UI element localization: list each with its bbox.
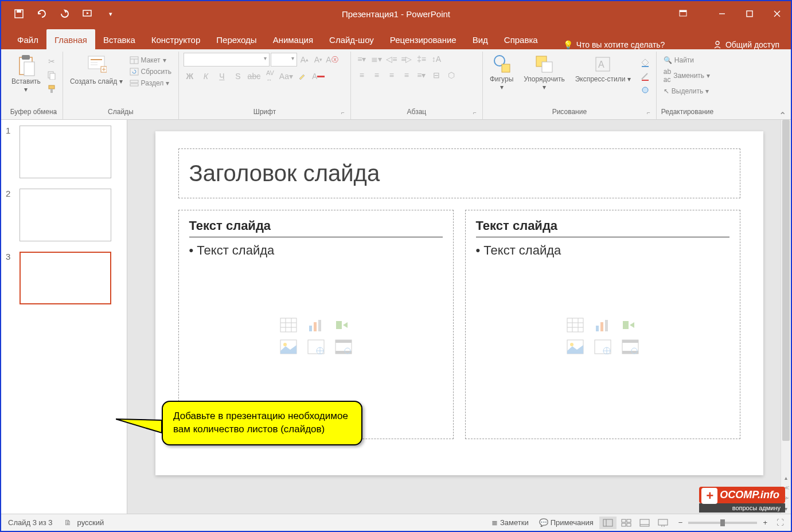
zoom-out-icon[interactable]: −	[678, 518, 683, 527]
thumbnail-slide[interactable]	[19, 252, 111, 304]
increase-font-icon[interactable]: A▴	[298, 53, 311, 66]
quick-styles-button[interactable]: A Экспресс-стили ▾	[573, 53, 633, 85]
highlight-icon[interactable]	[296, 70, 309, 83]
text-direction-icon[interactable]: ↕A	[430, 53, 443, 65]
justify-icon[interactable]: ≡	[400, 69, 413, 81]
insert-picture-icon[interactable]	[278, 338, 299, 355]
redo-icon[interactable]	[58, 7, 71, 20]
dialog-launcher-icon[interactable]: ⌐	[473, 109, 477, 116]
start-from-beginning-icon[interactable]	[81, 7, 94, 20]
char-spacing-icon[interactable]: AV↔	[264, 70, 276, 83]
spellcheck-icon[interactable]: 🗎	[64, 518, 72, 527]
bullets-icon[interactable]: ≡▾	[356, 53, 368, 65]
shadow-icon[interactable]: S	[232, 70, 244, 83]
title-placeholder[interactable]: Заголовок слайда	[178, 148, 740, 198]
thumbnail-1[interactable]: 1	[6, 126, 122, 178]
scrollbar-thumb[interactable]	[782, 120, 790, 441]
insert-table-icon[interactable]	[565, 316, 586, 334]
dialog-launcher-icon[interactable]: ⌐	[647, 109, 650, 116]
tell-me-search[interactable]: 💡 Что вы хотите сделать?	[563, 40, 665, 49]
align-right-icon[interactable]: ≡	[385, 69, 398, 81]
undo-icon[interactable]	[36, 7, 48, 20]
select-button[interactable]: ↖Выделить ▾	[661, 86, 712, 96]
smartart-icon[interactable]: ⬡	[445, 69, 458, 81]
zoom-in-icon[interactable]: +	[763, 518, 767, 527]
section-button[interactable]: Раздел ▾	[127, 78, 174, 88]
thumbnail-3[interactable]: 3	[6, 252, 122, 304]
shape-fill-icon[interactable]	[639, 56, 651, 69]
clear-formatting-icon[interactable]: Aⓧ	[326, 53, 338, 66]
insert-table-icon[interactable]	[278, 316, 299, 334]
tab-help[interactable]: Справка	[496, 29, 546, 49]
close-button[interactable]	[763, 1, 791, 26]
normal-view-icon[interactable]	[599, 517, 617, 529]
font-color-icon[interactable]: A	[312, 70, 325, 83]
tab-home[interactable]: Главная	[46, 29, 95, 49]
insert-chart-icon[interactable]	[306, 316, 326, 334]
reading-view-icon[interactable]	[636, 517, 653, 529]
font-size-combo[interactable]	[271, 53, 297, 66]
share-button[interactable]: Общий доступ	[713, 40, 779, 49]
align-left-icon[interactable]: ≡	[356, 69, 368, 81]
scroll-up-icon[interactable]: ▴	[781, 472, 791, 483]
slideshow-view-icon[interactable]	[654, 517, 672, 529]
slide-canvas-area[interactable]: Заголовок слайда Текст слайда • Текст сл…	[127, 120, 791, 514]
new-slide-button[interactable]: Создать слайд ▾	[68, 53, 125, 87]
replace-button[interactable]: abacЗаменить ▾	[661, 66, 712, 85]
align-text-icon[interactable]: ⊟	[430, 69, 443, 81]
dialog-launcher-icon[interactable]: ⌐	[53, 109, 57, 116]
content-placeholder-right[interactable]: Текст слайда • Текст слайда	[465, 210, 740, 439]
columns-icon[interactable]: ≡▾	[415, 69, 428, 81]
comments-button[interactable]: 💬Примечания	[534, 516, 598, 529]
change-case-icon[interactable]: Aa▾	[280, 70, 292, 83]
insert-picture-icon[interactable]	[565, 338, 586, 355]
thumbnail-2[interactable]: 2	[6, 189, 122, 241]
decrease-font-icon[interactable]: A▾	[312, 53, 325, 66]
shape-effects-icon[interactable]	[639, 84, 651, 96]
insert-video-icon[interactable]	[333, 338, 354, 355]
tab-slideshow[interactable]: Слайд-шоу	[321, 29, 382, 49]
thumbnail-slide[interactable]	[19, 126, 111, 178]
insert-online-picture-icon[interactable]	[592, 338, 613, 355]
decrease-indent-icon[interactable]: ◁≡	[385, 53, 398, 65]
maximize-button[interactable]	[736, 1, 763, 26]
sorter-view-icon[interactable]	[618, 517, 635, 529]
tab-animations[interactable]: Анимация	[265, 29, 321, 49]
insert-smartart-icon[interactable]	[620, 316, 641, 334]
insert-chart-icon[interactable]	[592, 316, 613, 334]
cut-icon[interactable]: ✂	[45, 55, 58, 68]
language-indicator[interactable]: русский	[77, 518, 104, 527]
insert-smartart-icon[interactable]	[333, 316, 354, 334]
tab-transitions[interactable]: Переходы	[208, 29, 264, 49]
tab-design[interactable]: Конструктор	[143, 29, 209, 49]
layout-button[interactable]: Макет ▾	[127, 55, 174, 65]
tab-insert[interactable]: Вставка	[95, 29, 143, 49]
tab-file[interactable]: Файл	[9, 29, 46, 49]
format-painter-icon[interactable]	[45, 83, 58, 95]
notes-button[interactable]: ≣Заметки	[487, 516, 533, 529]
arrange-button[interactable]: Упорядочить▾	[521, 53, 567, 93]
dialog-launcher-icon[interactable]: ⌐	[341, 109, 345, 116]
reset-button[interactable]: Сбросить	[127, 66, 174, 77]
font-family-combo[interactable]	[184, 53, 270, 66]
copy-icon[interactable]	[45, 69, 58, 81]
bold-icon[interactable]: Ж	[184, 70, 196, 83]
zoom-slider[interactable]	[688, 522, 757, 524]
tab-view[interactable]: Вид	[465, 29, 496, 49]
insert-online-picture-icon[interactable]	[306, 338, 326, 355]
paste-button[interactable]: Вставить▾	[9, 53, 43, 95]
tab-review[interactable]: Рецензирование	[382, 29, 465, 49]
line-spacing-icon[interactable]: ‡≡	[415, 53, 428, 65]
find-button[interactable]: 🔍Найти	[661, 55, 712, 65]
numbering-icon[interactable]: ≣▾	[370, 53, 383, 65]
minimize-button[interactable]	[708, 1, 736, 26]
strikethrough-icon[interactable]: abc	[248, 70, 260, 83]
qat-customize-icon[interactable]: ▾	[104, 7, 117, 20]
underline-icon[interactable]: Ч	[216, 70, 228, 83]
shape-outline-icon[interactable]	[639, 70, 651, 83]
align-center-icon[interactable]: ≡	[370, 69, 383, 81]
save-icon[interactable]	[13, 7, 25, 20]
increase-indent-icon[interactable]: ≡▷	[400, 53, 413, 65]
vertical-scrollbar[interactable]: ▴ ⪻ ⪼ ▾	[781, 120, 791, 514]
thumbnail-slide[interactable]	[19, 189, 111, 241]
